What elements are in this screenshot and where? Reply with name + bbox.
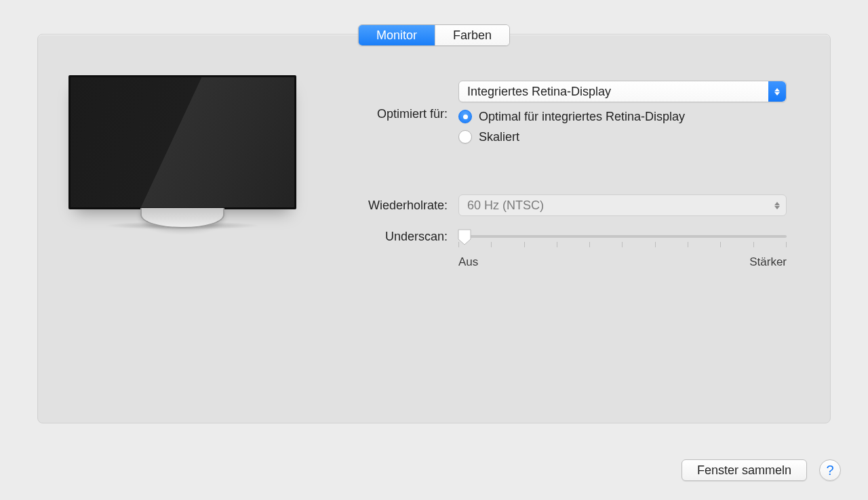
slider-track (458, 235, 787, 238)
radio-option-optimal[interactable]: Optimal für integriertes Retina-Display (458, 106, 787, 127)
tab-colors[interactable]: Farben (435, 25, 509, 45)
radio-option-scaled[interactable]: Skaliert (458, 127, 787, 147)
radio-optimal-label: Optimal für integriertes Retina-Display (479, 110, 685, 124)
refresh-rate-popup[interactable]: 60 Hz (NTSC) (458, 194, 787, 216)
resolution-radio-group: Optimal für integriertes Retina-Display … (458, 106, 787, 147)
settings-form: Optimiert für: Integriertes Retina-Displ… (343, 81, 787, 276)
gather-windows-label: Fenster sammeln (697, 463, 791, 478)
help-button[interactable]: ? (819, 459, 841, 481)
tab-bar: Monitor Farben (358, 24, 510, 46)
optimize-for-label: Optimiert für: (343, 107, 458, 121)
tab-colors-label: Farben (453, 28, 492, 42)
radio-indicator-selected (458, 110, 472, 123)
display-illustration (68, 75, 296, 230)
chevron-up-down-icon (768, 195, 786, 215)
underscan-slider[interactable]: Aus Stärker (458, 226, 787, 266)
slider-labels: Aus Stärker (458, 255, 787, 269)
optimize-for-popup[interactable]: Integriertes Retina-Display (458, 81, 787, 102)
chevron-up-down-icon (768, 81, 786, 102)
tab-monitor-label: Monitor (376, 28, 417, 42)
slider-max-label: Stärker (749, 255, 787, 269)
refresh-rate-label: Wiederholrate: (343, 199, 458, 213)
help-icon: ? (826, 463, 833, 478)
slider-min-label: Aus (458, 255, 478, 269)
display-screen (71, 77, 294, 207)
display-preferences-window: Monitor Farben Optimiert für: Integriert… (0, 0, 868, 500)
content-panel: Optimiert für: Integriertes Retina-Displ… (37, 34, 831, 423)
display-stand (143, 209, 222, 219)
tab-monitor[interactable]: Monitor (359, 25, 435, 45)
bottom-bar: Fenster sammeln ? (682, 459, 841, 481)
display-bezel (68, 75, 296, 209)
slider-thumb[interactable] (457, 228, 472, 246)
refresh-rate-value: 60 Hz (NTSC) (467, 199, 544, 213)
radio-scaled-label: Skaliert (479, 130, 519, 144)
optimize-for-value: Integriertes Retina-Display (467, 85, 611, 99)
gather-windows-button[interactable]: Fenster sammeln (682, 459, 807, 481)
underscan-label: Underscan: (343, 226, 458, 244)
slider-ticks (458, 242, 787, 250)
radio-indicator-unselected (458, 130, 472, 144)
